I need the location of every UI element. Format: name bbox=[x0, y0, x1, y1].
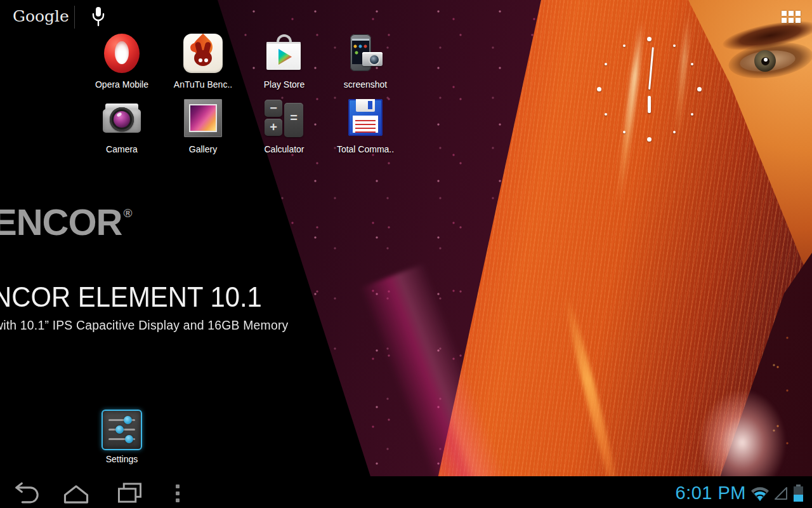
opera-hole bbox=[115, 41, 129, 64]
home-button[interactable] bbox=[61, 481, 91, 505]
slider-knob bbox=[125, 435, 133, 443]
settings-icon bbox=[102, 410, 142, 450]
clock-text: 6:01 PM bbox=[676, 483, 747, 504]
total-commander-icon bbox=[345, 98, 386, 138]
minus-key: − bbox=[265, 100, 282, 117]
app-label: Total Comma.. bbox=[337, 144, 394, 154]
clock-dot-11 bbox=[623, 44, 625, 47]
all-apps-grid-icon bbox=[782, 11, 787, 16]
clock-dot-10 bbox=[605, 63, 607, 65]
google-search-widget[interactable]: Google bbox=[13, 7, 69, 25]
app-label: Settings bbox=[106, 454, 138, 464]
app-label: screenshot bbox=[344, 79, 387, 90]
floppy-slot bbox=[368, 101, 372, 109]
app-label: Play Store bbox=[264, 79, 305, 90]
plus-glyph: + bbox=[270, 120, 277, 135]
recents-button[interactable] bbox=[114, 481, 145, 505]
plus-key: + bbox=[265, 119, 282, 136]
app-label: AnTuTu Benc.. bbox=[174, 79, 232, 90]
clock-hour-hand bbox=[648, 96, 651, 113]
all-apps-grid-icon bbox=[796, 11, 801, 16]
registered-mark: ® bbox=[123, 206, 131, 220]
slider-knob bbox=[115, 425, 124, 434]
app-total-commander[interactable]: Total Comma.. bbox=[325, 98, 406, 159]
screenshot-icon bbox=[345, 33, 386, 74]
app-label: Opera Mobile bbox=[95, 79, 148, 90]
wallpaper-brand-logo: ENCOR® bbox=[0, 201, 131, 243]
camera-lens bbox=[369, 54, 380, 65]
app-antutu-benchmark[interactable]: AnTuTu Benc.. bbox=[162, 33, 244, 94]
analog-clock-widget[interactable] bbox=[595, 35, 703, 143]
brand-text: ENCOR bbox=[0, 201, 122, 243]
app-label: Gallery bbox=[189, 144, 217, 154]
wallpaper-headline: NCOR ELEMENT 10.1 bbox=[0, 281, 262, 314]
photo bbox=[189, 104, 217, 132]
microphone-icon[interactable] bbox=[90, 6, 107, 29]
calculator-icon: − + = bbox=[264, 98, 304, 138]
clock-dot-9 bbox=[597, 87, 601, 91]
clock-dot-4 bbox=[691, 113, 693, 116]
play-store-icon bbox=[264, 33, 304, 74]
rabbit-eye bbox=[199, 58, 202, 62]
clock-dot-12 bbox=[647, 37, 652, 41]
battery-icon bbox=[793, 485, 804, 502]
search-divider bbox=[74, 6, 75, 29]
app-label: Calculator bbox=[264, 144, 304, 154]
app-label: Camera bbox=[106, 144, 138, 154]
clock-dot-1 bbox=[673, 44, 676, 47]
settings-sliders-panel bbox=[102, 410, 142, 450]
slider-track bbox=[108, 419, 135, 421]
app-gallery[interactable]: Gallery bbox=[162, 98, 244, 159]
android-home-screen: ENCOR® NCOR ELEMENT 10.1 with 10.1” IPS … bbox=[0, 0, 812, 508]
camera-icon bbox=[102, 98, 142, 138]
clock-minute-hand bbox=[648, 47, 654, 90]
equals-key: = bbox=[284, 103, 303, 137]
all-apps-button[interactable] bbox=[782, 11, 801, 23]
clock-dot-8 bbox=[605, 113, 607, 116]
app-opera-mobile[interactable]: Opera Mobile bbox=[81, 33, 162, 94]
back-button[interactable] bbox=[11, 481, 41, 505]
menu-button[interactable] bbox=[174, 484, 181, 503]
all-apps-grid-icon bbox=[789, 11, 794, 16]
clock-dot-5 bbox=[673, 131, 676, 133]
rabbit-eye bbox=[204, 58, 208, 62]
clock-dot-6 bbox=[647, 137, 652, 142]
app-play-store[interactable]: Play Store bbox=[244, 33, 325, 94]
app-camera[interactable]: Camera bbox=[81, 98, 162, 159]
app-calculator[interactable]: − + = Calculator bbox=[244, 98, 325, 159]
all-apps-grid-icon bbox=[789, 18, 794, 23]
wallpaper-subheadline: with 10.1” IPS Capacitive Display and 16… bbox=[0, 318, 288, 333]
cell-signal-icon bbox=[774, 486, 789, 500]
opera-mobile-icon bbox=[102, 33, 142, 74]
all-apps-grid-icon bbox=[796, 18, 801, 23]
wallpaper-eye-highlight bbox=[764, 58, 768, 62]
wifi-icon bbox=[750, 485, 769, 502]
slider-track bbox=[108, 429, 135, 431]
rabbit-head bbox=[194, 50, 212, 66]
all-apps-grid-icon bbox=[782, 18, 787, 23]
app-screenshot[interactable]: screenshot bbox=[325, 33, 406, 94]
gallery-icon bbox=[183, 98, 223, 138]
clock-dot-3 bbox=[697, 87, 702, 91]
status-tray[interactable]: 6:01 PM bbox=[676, 483, 804, 504]
antutu-icon bbox=[183, 33, 223, 74]
clock-dot-7 bbox=[623, 131, 625, 133]
minus-glyph: − bbox=[270, 101, 277, 116]
slider-track bbox=[108, 438, 135, 440]
equals-glyph: = bbox=[290, 110, 298, 125]
slider-knob bbox=[124, 416, 132, 424]
clock-dot-2 bbox=[691, 63, 693, 65]
app-settings[interactable]: Settings bbox=[81, 410, 162, 471]
floppy-label bbox=[353, 116, 378, 133]
